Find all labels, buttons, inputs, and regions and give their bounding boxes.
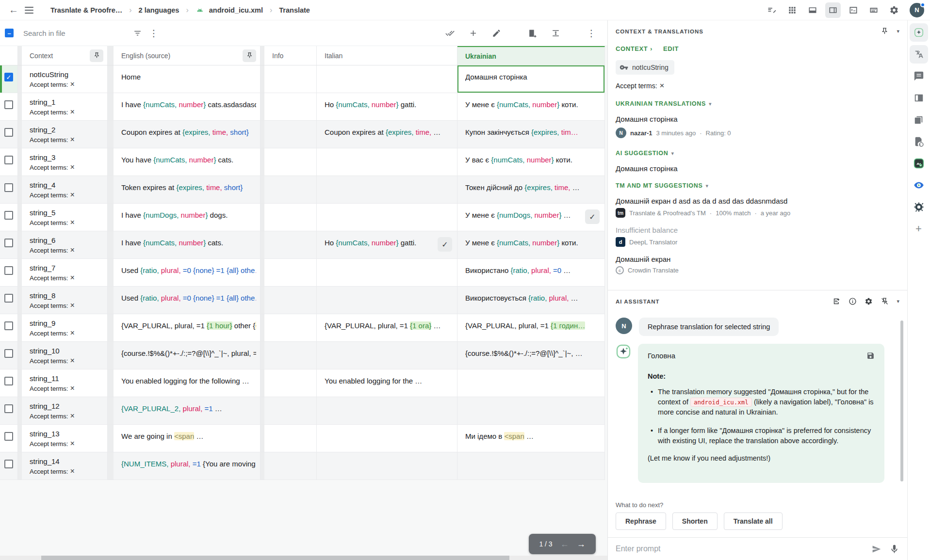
source-cell[interactable]: Home <box>114 65 261 93</box>
context-cell[interactable]: string_7Accept terms:× <box>22 259 108 286</box>
header-ukrainian[interactable]: Ukrainian <box>457 46 605 65</box>
ukrainian-cell[interactable]: У вас є {numCats, number} коти. <box>457 148 605 176</box>
user-avatar[interactable]: N <box>910 3 924 17</box>
row-checkbox[interactable] <box>4 156 13 164</box>
tm-suggestion-text[interactable]: Домашній екран d asd as da d asd das dda… <box>616 197 899 205</box>
ukrainian-cell[interactable] <box>457 452 605 480</box>
back-icon[interactable]: ← <box>6 2 21 18</box>
string-key-chip[interactable]: notIcuString <box>616 60 674 75</box>
italian-cell[interactable] <box>317 148 457 176</box>
microphone-icon[interactable] <box>889 544 899 554</box>
ukrainian-cell[interactable]: {VAR_PLURAL, plural, =1 {1 годин… <box>457 314 605 341</box>
rail-add-panel-icon[interactable]: + <box>910 220 928 238</box>
rail-comments-icon[interactable] <box>910 67 928 85</box>
context-cell[interactable]: string_2Accept terms:× <box>22 121 108 148</box>
source-cell[interactable]: Token expires at {expires, time, short} <box>114 176 261 203</box>
context-cell[interactable]: string_4Accept terms:× <box>22 176 108 203</box>
ukrainian-cell[interactable]: У мене є {numCats, number} коти. <box>457 231 605 258</box>
collapse-caret-icon[interactable]: ▾ <box>897 28 899 34</box>
source-cell[interactable]: I have {numCats, number} cats.asdasdasd <box>114 93 261 120</box>
source-cell[interactable]: You enabled logging for the following … <box>114 369 261 397</box>
unpin-icon[interactable] <box>881 297 889 305</box>
breadcrumb-languages[interactable]: 2 languages <box>139 6 179 14</box>
source-cell[interactable]: I have {numCats, number} cats. <box>114 231 261 258</box>
source-cell[interactable]: {NUM_ITEMS, plural, =1 {You are moving … <box>114 452 261 480</box>
header-context[interactable]: Context <box>22 46 108 65</box>
context-cell[interactable]: string_12Accept terms:× <box>22 397 108 424</box>
header-italian[interactable]: Italian <box>317 46 457 65</box>
prev-page-icon[interactable]: ← <box>560 539 569 549</box>
ukrainian-cell[interactable]: {course.!$%&()*+-./:;=?@[\\]^_`|~, … <box>457 342 605 369</box>
add-column-icon[interactable] <box>524 25 540 41</box>
more-options-icon[interactable]: ⋮ <box>583 25 600 41</box>
collapse-caret-icon[interactable]: ▾ <box>897 298 899 304</box>
prompt-input[interactable] <box>616 544 864 553</box>
context-cell[interactable]: notIcuStringAccept terms:× <box>22 65 108 93</box>
source-cell[interactable]: {VAR_PLURAL, plural, =1 {1 hour} other {… <box>114 314 261 341</box>
edit-link[interactable]: EDIT <box>663 45 679 52</box>
ukrainian-cell[interactable]: Ми ідемо в <span … <box>457 425 605 452</box>
rail-context-card-icon[interactable] <box>910 89 928 107</box>
row-checkbox[interactable] <box>4 321 13 330</box>
tm-mt-header[interactable]: TM AND MT SUGGESTIONS▾ <box>616 182 899 189</box>
horizontal-scrollbar[interactable] <box>0 556 607 560</box>
rail-preview-eye-icon[interactable] <box>910 176 928 194</box>
rail-integrations-icon[interactable] <box>910 198 928 216</box>
side-panel-view-icon[interactable] <box>825 2 841 18</box>
mt-suggestion-text[interactable]: Домашній екран <box>616 255 899 263</box>
italian-cell[interactable]: Ho {numCats, number} gatti.✓ <box>317 231 457 258</box>
row-checkbox[interactable]: ✓ <box>4 73 13 81</box>
ai-suggestion-text[interactable]: Домашня сторінка <box>616 164 899 173</box>
row-checkbox[interactable] <box>4 349 13 358</box>
context-cell[interactable]: string_10Accept terms:× <box>22 342 108 369</box>
tasks-edit-icon[interactable] <box>764 2 780 18</box>
breadcrumb-mode[interactable]: Translate <box>279 6 310 14</box>
ukrainian-cell[interactable]: Домашня сторінка <box>457 65 605 93</box>
source-cell[interactable]: Coupon expires at {expires, time, short} <box>114 121 261 148</box>
source-cell[interactable]: {course.!$%&()*+-./:;=?@[\\]^_`|~, plura… <box>114 342 261 369</box>
italian-cell[interactable] <box>317 176 457 203</box>
row-checkbox[interactable] <box>4 460 13 468</box>
rail-ai-assistant-icon[interactable] <box>910 23 928 42</box>
row-checkbox[interactable] <box>4 211 13 220</box>
context-link[interactable]: CONTEXT› <box>616 45 653 52</box>
ukrainian-cell[interactable]: У мене є {numCats, number} коти. <box>457 93 605 120</box>
chat-scrollbar-thumb[interactable] <box>900 320 903 481</box>
context-cell[interactable]: string_3Accept terms:× <box>22 148 108 176</box>
bottom-panel-view-icon[interactable] <box>805 2 820 18</box>
author-name[interactable]: nazar-1 <box>630 129 653 137</box>
source-cell[interactable]: You have {numCats, number} cats. <box>114 148 261 176</box>
pin-icon[interactable] <box>243 49 256 62</box>
edit-pencil-icon[interactable] <box>488 25 505 41</box>
ukrainian-cell[interactable]: Використовується {ratio, plural, … <box>457 287 605 314</box>
source-cell[interactable]: I have {numDogs, number} dogs. <box>114 204 261 231</box>
filter-icon[interactable] <box>129 25 146 41</box>
context-cell[interactable]: string_5Accept terms:× <box>22 204 108 231</box>
info-icon[interactable] <box>848 297 857 305</box>
new-conversation-icon[interactable] <box>832 297 841 305</box>
italian-cell[interactable]: Ho {numCats, number} gatti. <box>317 93 457 120</box>
rail-glossary-icon[interactable] <box>910 111 928 129</box>
italian-cell[interactable]: You enabled logging for the … <box>317 369 457 397</box>
tm-suggestion-item[interactable]: Домашній екран d asd as da d asd das dda… <box>616 197 899 218</box>
source-cell[interactable]: {VAR_PLURAL_2, plural, =1 … <box>114 397 261 424</box>
rail-file-info-icon[interactable] <box>910 132 928 151</box>
italian-cell[interactable]: {VAR_PLURAL, plural, =1 {1 ora} … <box>317 314 457 341</box>
rail-translate-icon[interactable] <box>910 45 928 64</box>
row-checkbox[interactable] <box>4 404 13 413</box>
italian-cell[interactable] <box>317 452 457 480</box>
scrollbar-thumb[interactable] <box>41 556 509 560</box>
ukrainian-cell[interactable]: Купон закінчується {expires, tim… <box>457 121 605 148</box>
context-cell[interactable]: string_1Accept terms:× <box>22 93 108 120</box>
rephrase-button[interactable]: Rephrase <box>616 512 666 530</box>
header-info[interactable]: Info <box>264 46 317 65</box>
ukrainian-cell[interactable]: Токен дійсний до {expires, time, … <box>457 176 605 203</box>
next-page-icon[interactable]: → <box>577 539 586 549</box>
italian-cell[interactable] <box>317 342 457 369</box>
mt-suggestion-item[interactable]: Домашній екран c Crowdin Translate <box>616 255 899 274</box>
row-height-icon[interactable] <box>547 25 564 41</box>
italian-cell[interactable] <box>317 397 457 424</box>
menu-icon[interactable] <box>21 2 37 18</box>
author-avatar[interactable]: N <box>616 128 626 138</box>
ukrainian-cell[interactable] <box>457 397 605 424</box>
